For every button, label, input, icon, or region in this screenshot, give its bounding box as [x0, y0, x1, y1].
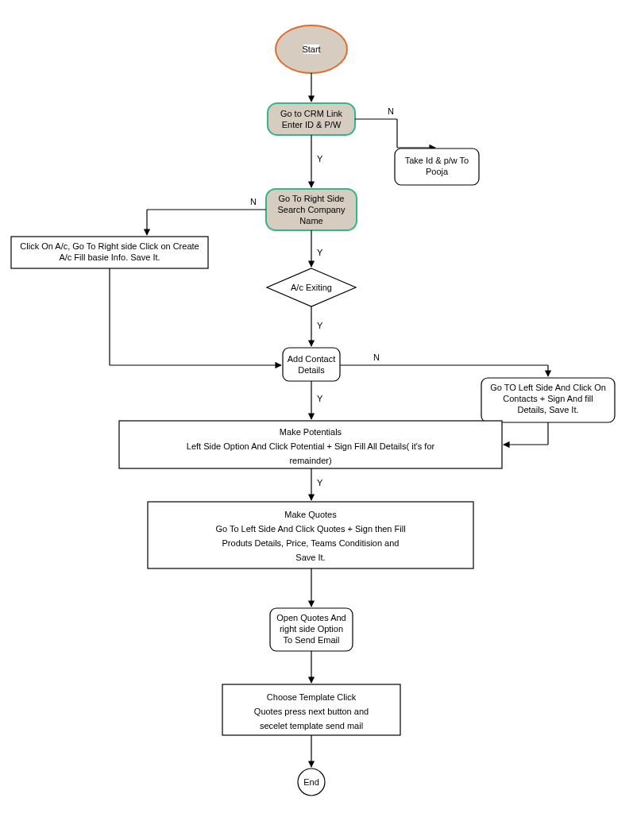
quotes-label-4: Save It. — [295, 553, 325, 562]
crm-n-label: N — [388, 106, 394, 116]
ac-y-label: Y — [317, 321, 323, 330]
potentials-label-2: Left Side Option And Click Potential + S… — [187, 441, 435, 451]
potentials-label-3: remainder) — [289, 456, 331, 465]
search-n-label: N — [250, 197, 257, 206]
create-ac-label-1: Click On A/c, Go To Right side Click on … — [20, 241, 199, 251]
search-label-1: Go To Right Side — [279, 194, 345, 203]
add-contact-label-1: Add Contact — [288, 354, 336, 364]
ac-exiting-label: A/c Exiting — [291, 283, 332, 292]
pot-y-label: Y — [317, 478, 323, 487]
take-id-label-2: Pooja — [426, 167, 449, 176]
open-quotes-label-2: right side Option — [280, 624, 343, 634]
open-quotes-label-3: To Send Email — [284, 635, 340, 645]
add-contact-label-2: Details — [298, 365, 325, 375]
crm-y-label: Y — [317, 154, 323, 164]
start-label: Start — [302, 44, 320, 54]
open-quotes-label-1: Open Quotes And — [276, 613, 346, 622]
goto-left-label-3: Details, Save It. — [517, 405, 578, 414]
search-label-3: Name — [299, 216, 322, 225]
end-label: End — [303, 777, 319, 787]
flowchart-diagram: Start Go to CRM Link Enter ID & P/W N Ta… — [0, 0, 637, 840]
crm-link-node — [268, 103, 355, 135]
quotes-label-3: Produts Details, Price, Teams Conditisio… — [222, 538, 400, 548]
create-ac-label-2: A/c Fill basie Info. Save It. — [59, 252, 160, 262]
quotes-label-2: Go To Left Side And Click Quotes + Sign … — [215, 524, 405, 534]
template-label-3: secelet template send mail — [260, 721, 363, 730]
potentials-label-1: Make Potentials — [280, 427, 342, 437]
quotes-label-1: Make Quotes — [284, 510, 337, 519]
template-label-1: Choose Template Click — [267, 692, 357, 702]
goto-left-label-1: Go TO Left Side And Click On — [490, 383, 606, 392]
goto-left-label-2: Contacts + Sign And fill — [503, 394, 593, 403]
add-contact-node — [283, 348, 340, 381]
crm-link-label-1: Go to CRM Link — [280, 109, 343, 118]
add-y-label: Y — [317, 394, 323, 403]
template-label-2: Quotes press next button and — [254, 707, 369, 716]
search-y-label: Y — [317, 248, 323, 257]
take-id-label-1: Take Id & p/w To — [405, 156, 469, 165]
search-label-2: Search Company — [278, 205, 346, 214]
crm-link-label-2: Enter ID & P/W — [282, 120, 342, 129]
add-n-label: N — [373, 353, 380, 362]
